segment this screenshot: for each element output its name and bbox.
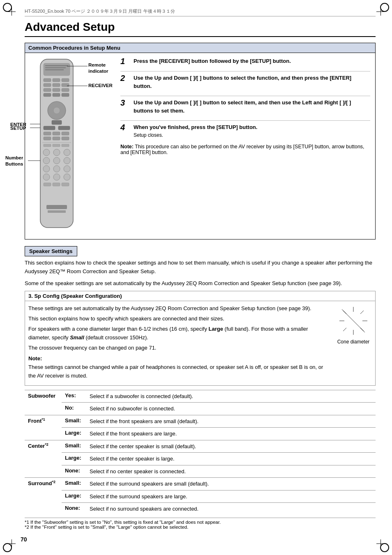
svg-line-65 <box>343 328 346 331</box>
svg-point-18 <box>53 107 60 114</box>
step-3-number: 3 <box>120 99 129 107</box>
common-procedures-header: Common Procedures in Setup Menu <box>25 43 375 53</box>
speaker-row-name: Surround*2 <box>25 478 62 515</box>
svg-rect-46 <box>62 183 69 186</box>
crosshair-bl <box>7 539 16 548</box>
speaker-option: Large: <box>62 453 86 465</box>
svg-rect-21 <box>58 126 70 130</box>
svg-rect-13 <box>62 88 69 92</box>
sp-config-content: These settings are set automatically by … <box>25 301 375 385</box>
step-3-text: Use the Up and Down [ ]/[ ] button to se… <box>134 99 370 115</box>
speaker-desc: Select if the center speaker is small (d… <box>86 440 376 453</box>
svg-point-35 <box>43 157 50 164</box>
receiver-label: RECEIVER <box>88 83 113 88</box>
svg-rect-7 <box>62 78 69 82</box>
svg-rect-16 <box>62 93 69 97</box>
speaker-intro-2: Some of the speaker settings are set aut… <box>25 279 376 288</box>
svg-point-36 <box>53 157 60 164</box>
speaker-option: Large: <box>62 428 86 440</box>
page-title: Advanced Setup <box>25 21 376 37</box>
svg-rect-15 <box>53 93 60 97</box>
speaker-option: Small: <box>62 440 86 453</box>
speaker-option: None: <box>62 465 86 478</box>
svg-rect-26 <box>53 137 60 140</box>
svg-rect-27 <box>62 137 69 140</box>
svg-point-33 <box>53 149 60 156</box>
step-2-number: 2 <box>120 74 129 82</box>
svg-rect-8 <box>44 83 51 87</box>
remote-control-svg <box>30 57 83 234</box>
svg-rect-19 <box>52 120 62 124</box>
header-line: HT-S5200_En.book 70 ページ ２００９年３月９日 月曜日 午後… <box>25 8 376 16</box>
step-4: 4 When you've finished, press the [SETUP… <box>120 123 370 138</box>
svg-rect-11 <box>44 88 51 92</box>
setup-label: SETUP <box>10 126 26 131</box>
speaker-option: No: <box>62 403 86 415</box>
common-proc-layout: Remote indicator RECEIVER ENTER SETUP Nu… <box>30 57 370 235</box>
svg-point-32 <box>43 149 50 156</box>
svg-rect-48 <box>48 210 66 213</box>
svg-rect-47 <box>46 205 67 209</box>
step-1-number: 1 <box>120 57 129 65</box>
cone-diameter-svg <box>337 304 370 337</box>
crosshair-br <box>376 539 385 548</box>
setup-closes-text: Setup closes. <box>134 132 257 138</box>
speaker-option: Large: <box>62 490 86 503</box>
svg-line-64 <box>360 311 364 314</box>
speaker-desc: Select if no center speaker is connected… <box>86 465 376 478</box>
svg-rect-24 <box>62 132 69 135</box>
speaker-desc: Select if no surround speakers are conne… <box>86 503 376 515</box>
svg-rect-45 <box>53 183 60 186</box>
page-number: 70 <box>21 536 27 543</box>
svg-rect-25 <box>44 137 51 140</box>
svg-rect-22 <box>44 132 51 135</box>
step-1: 1 Press the [RECEIVER] button followed b… <box>120 57 370 65</box>
svg-rect-12 <box>53 88 60 92</box>
step-4-text: When you've finished, press the [SETUP] … <box>134 123 257 131</box>
footnote: *1 If the "Subwoofer" setting is set to … <box>25 520 376 525</box>
remote-indicator-label: Remote indicator <box>88 62 108 74</box>
svg-point-37 <box>64 157 70 164</box>
svg-rect-2 <box>45 65 68 66</box>
speaker-desc: Select if the front speakers are large. <box>86 428 376 440</box>
svg-point-41 <box>43 174 50 180</box>
note-box: Note: This procedure can also be perform… <box>120 144 370 155</box>
svg-rect-6 <box>53 78 60 82</box>
sp-config-header: 3. Sp Config (Speaker Configuration) <box>25 291 375 301</box>
crosshair-tl <box>7 7 16 16</box>
speaker-desc: Select if the surround speakers are smal… <box>86 478 376 491</box>
svg-point-38 <box>43 166 50 172</box>
speaker-settings-header-box: Speaker Settings <box>25 246 376 256</box>
speaker-table: SubwooferYes:Select if a subwoofer is co… <box>25 390 376 515</box>
speaker-desc: Select if the surround speakers are larg… <box>86 490 376 503</box>
step-3: 3 Use the Up and Down [ ]/[ ] button to … <box>120 99 370 115</box>
step-2-text: Use the Up and Down [ ]/[ ] buttons to s… <box>134 74 370 90</box>
speaker-desc: Select if the center speaker is large. <box>86 453 376 465</box>
svg-rect-5 <box>44 78 51 82</box>
speaker-desc: Select if the front speakers are small (… <box>86 415 376 428</box>
speaker-settings-section: Speaker Settings This section explains h… <box>25 246 376 530</box>
step-4-number: 4 <box>120 123 129 131</box>
speaker-option: Small: <box>62 415 86 428</box>
sp-config-text: These settings are set automatically by … <box>28 304 331 382</box>
speaker-settings-header: Speaker Settings <box>25 246 77 256</box>
svg-rect-31 <box>62 144 69 147</box>
common-procedures-section: Common Procedures in Setup Menu <box>25 43 376 240</box>
speaker-desc: Select if no subwoofer is connected. <box>86 403 376 415</box>
speaker-row-name: Subwoofer <box>25 390 62 415</box>
steps-area: 1 Press the [RECEIVER] button followed b… <box>120 57 370 155</box>
speaker-desc: Select if a subwoofer is connected (defa… <box>86 390 376 403</box>
remote-area: Remote indicator RECEIVER ENTER SETUP Nu… <box>30 57 112 235</box>
svg-point-42 <box>53 174 60 180</box>
step-1-text: Press the [RECEIVER] button followed by … <box>134 57 370 65</box>
svg-rect-30 <box>53 144 60 147</box>
footnotes: *1 If the "Subwoofer" setting is set to … <box>25 518 376 530</box>
svg-rect-29 <box>44 144 51 147</box>
svg-point-43 <box>64 174 70 180</box>
speaker-option: Small: <box>62 478 86 491</box>
crosshair-tr <box>376 7 385 16</box>
sp-config-box: 3. Sp Config (Speaker Configuration) The… <box>25 291 376 385</box>
speaker-option: None: <box>62 503 86 515</box>
svg-rect-4 <box>45 69 64 70</box>
svg-rect-23 <box>53 132 60 135</box>
